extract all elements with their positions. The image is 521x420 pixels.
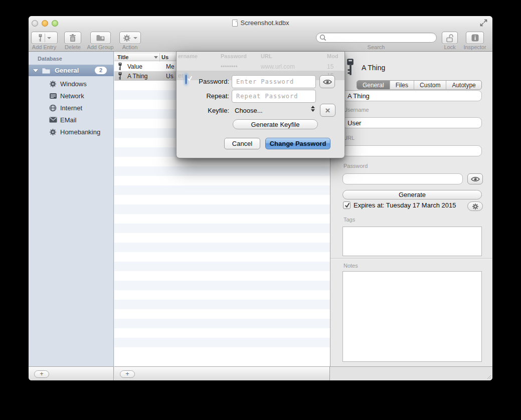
tags-label: Tags: [343, 217, 355, 223]
reveal-password-button[interactable]: [467, 173, 483, 184]
inspector-tabs: General Files Custom Autotype: [357, 80, 482, 90]
ghost-modified-header: Mod: [327, 53, 338, 59]
password-enabled-checkbox[interactable]: [186, 75, 187, 84]
notes-field[interactable]: [342, 271, 482, 362]
reveal-password-button[interactable]: [319, 75, 335, 88]
generate-keyfile-label: Generate Keyfile: [251, 121, 300, 128]
fullscreen-icon[interactable]: [479, 19, 488, 27]
gear-icon: [49, 80, 57, 88]
tags-field[interactable]: [342, 227, 482, 256]
sidebar-item-internet[interactable]: Internet: [29, 102, 114, 114]
dialog-repeat-label: Repeat:: [194, 92, 229, 100]
unlock-icon: [445, 34, 454, 43]
column-header-title[interactable]: Title: [117, 54, 128, 60]
entry-title-cell: Value: [127, 63, 159, 70]
entry-list-footer: +: [114, 366, 330, 380]
search-input[interactable]: [316, 33, 437, 43]
add-entry-label: Add Entry: [32, 44, 56, 50]
new-password-input[interactable]: [232, 75, 316, 88]
inspector-panel: A Thing General Files Custom Autotype Us…: [330, 52, 492, 366]
sidebar-section-header: Database: [38, 56, 62, 62]
document-icon: [232, 20, 238, 27]
tab-autotype[interactable]: Autotype: [446, 81, 481, 89]
info-icon: [471, 34, 479, 42]
sidebar-item-label: EMail: [60, 116, 77, 124]
chevron-down-icon: [133, 37, 137, 39]
add-entry-footer-button[interactable]: +: [120, 370, 135, 378]
add-entry-button[interactable]: [31, 32, 58, 44]
sidebar-item-windows[interactable]: Windows: [29, 78, 114, 90]
sidebar-item-label: Network: [60, 92, 84, 100]
entry-username-cell: Us: [166, 73, 173, 80]
sidebar-item-homebanking[interactable]: Homebanking: [29, 126, 114, 138]
search-field-wrap: [316, 33, 437, 43]
lock-button[interactable]: [442, 32, 458, 44]
gear-icon: [123, 34, 131, 42]
window-title: Screenshot.kdbx: [241, 19, 289, 27]
generate-keyfile-button[interactable]: Generate Keyfile: [233, 119, 318, 129]
eye-icon: [471, 176, 480, 182]
tab-custom[interactable]: Custom: [414, 81, 446, 89]
ghost-password-cell: ••••••••: [221, 63, 238, 70]
expires-checkbox[interactable]: [343, 201, 351, 209]
sidebar-item-network[interactable]: Network: [29, 90, 114, 102]
key-icon: [118, 63, 122, 71]
action-button[interactable]: [119, 32, 141, 44]
add-group-label: Add Group: [87, 44, 113, 50]
inspector-footer: [330, 366, 492, 380]
resize-grip[interactable]: [487, 375, 491, 379]
keyfile-popup[interactable]: Choose...: [235, 107, 263, 114]
change-password-dialog: ername Password URL Mod •••••••• www.url…: [176, 52, 345, 158]
sidebar-group-label: General: [55, 67, 79, 74]
ghost-username-cell: er: [178, 72, 184, 79]
search-label: Search: [368, 44, 385, 50]
inspector-button[interactable]: [466, 32, 484, 44]
expires-label: Expires at: Tuesday 17 March 2015: [354, 201, 456, 209]
dialog-keyfile-label: Keyfile:: [194, 107, 229, 114]
title-field[interactable]: [342, 90, 482, 101]
sidebar-item-email[interactable]: EMail: [29, 114, 114, 126]
expires-row: Expires at: Tuesday 17 March 2015: [343, 201, 456, 209]
change-password-button[interactable]: Change Password: [265, 138, 330, 149]
clear-keyfile-button[interactable]: ×: [320, 104, 335, 117]
tab-general[interactable]: General: [357, 81, 390, 89]
folder-plus-icon: [96, 34, 105, 42]
column-divider[interactable]: [159, 53, 160, 62]
plus-icon: +: [125, 370, 129, 377]
section-divider: [330, 258, 492, 259]
delete-label: Delete: [65, 44, 81, 50]
sidebar-item-label: Internet: [60, 104, 82, 112]
screen: Screenshot.kdbx Add Entry: [0, 0, 521, 420]
password-field[interactable]: [342, 173, 463, 184]
url-label: URL: [343, 135, 355, 141]
add-group-button[interactable]: [90, 32, 111, 44]
tab-files[interactable]: Files: [390, 81, 414, 89]
entry-count-badge: 2: [95, 67, 107, 74]
cancel-button[interactable]: Cancel: [224, 138, 260, 149]
globe-icon: [49, 104, 57, 112]
titlebar: Screenshot.kdbx Add Entry: [29, 16, 492, 52]
add-group-footer-button[interactable]: +: [34, 370, 49, 378]
plus-icon: +: [40, 370, 44, 377]
sidebar-group-general[interactable]: General 2: [29, 65, 114, 76]
repeat-password-input[interactable]: [232, 90, 316, 103]
cancel-label: Cancel: [232, 140, 252, 147]
expiry-options-button[interactable]: [467, 201, 483, 211]
password-label: Password: [343, 163, 368, 169]
notes-label: Notes: [343, 263, 358, 269]
entry-username-cell: Me: [166, 63, 175, 70]
ghost-url-cell: www.url.com: [261, 63, 295, 70]
eye-icon: [323, 79, 332, 85]
split-divider: [45, 34, 45, 42]
delete-button[interactable]: [64, 32, 81, 44]
sidebar: Database General 2 Windows: [29, 52, 114, 366]
url-field[interactable]: [342, 145, 482, 156]
popup-stepper-icon[interactable]: [311, 106, 315, 112]
inspector-label: Inspector: [463, 44, 486, 50]
sidebar-item-label: Homebanking: [60, 128, 100, 136]
username-field[interactable]: [342, 117, 482, 128]
generate-password-button[interactable]: Generate: [342, 190, 482, 199]
column-header-username[interactable]: Us: [161, 54, 168, 60]
trash-icon: [68, 34, 77, 42]
disclosure-triangle-icon[interactable]: [33, 69, 38, 72]
